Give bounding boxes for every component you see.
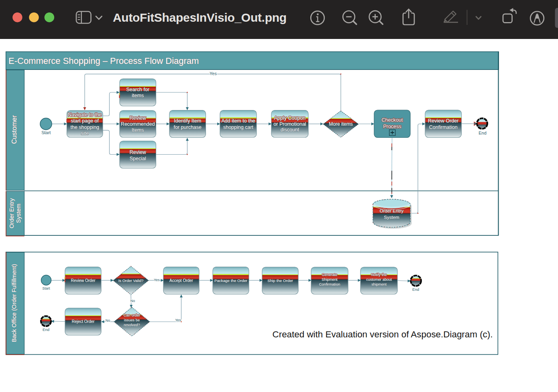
svg-text:Ship the Order: Ship the Order bbox=[267, 278, 293, 283]
svg-text:Process: Process bbox=[383, 124, 401, 129]
svg-text:System: System bbox=[384, 215, 399, 220]
svg-text:Created with Evaluation versio: Created with Evaluation version of Aspos… bbox=[273, 329, 493, 339]
svg-text:shipment: shipment bbox=[371, 282, 387, 286]
svg-text:E-Commerce Shopping – Process: E-Commerce Shopping – Process Flow Diagr… bbox=[8, 56, 199, 66]
svg-text:Start: Start bbox=[42, 286, 50, 290]
svg-text:the shopping: the shopping bbox=[70, 125, 99, 130]
svg-text:Package the Order: Package the Order bbox=[214, 278, 248, 283]
svg-text:AutoFitShapesInVisio_Out.png: AutoFitShapesInVisio_Out.png bbox=[113, 11, 287, 24]
svg-text:start page of: start page of bbox=[71, 118, 99, 124]
svg-text:Yes: Yes bbox=[210, 71, 217, 76]
svg-text:No: No bbox=[106, 318, 110, 323]
svg-text:Customer: Customer bbox=[10, 115, 18, 144]
svg-text:Review Order: Review Order bbox=[428, 118, 458, 124]
svg-text:Apply Coupon: Apply Coupon bbox=[274, 115, 306, 121]
svg-text:Navigate to the: Navigate to the bbox=[68, 112, 102, 118]
svg-text:Order Entry: Order Entry bbox=[8, 198, 15, 229]
svg-text:or Promotional: or Promotional bbox=[273, 121, 306, 127]
svg-text:Items: Items bbox=[132, 127, 144, 133]
svg-text:Review: Review bbox=[130, 149, 147, 155]
svg-text:Order Entry: Order Entry bbox=[380, 208, 404, 213]
svg-text:End: End bbox=[479, 131, 487, 135]
svg-text:Accept Order: Accept Order bbox=[169, 278, 193, 283]
svg-text:Recommended: Recommended bbox=[121, 121, 155, 127]
svg-text:for purchase: for purchase bbox=[174, 125, 202, 130]
svg-text:System: System bbox=[15, 204, 22, 223]
svg-text:More items: More items bbox=[329, 121, 352, 127]
svg-text:End: End bbox=[412, 287, 419, 292]
svg-text:resolved?: resolved? bbox=[124, 323, 140, 327]
svg-text:End: End bbox=[43, 327, 49, 332]
svg-text:Is Order Valid?: Is Order Valid? bbox=[118, 278, 144, 283]
svg-text:Checkout: Checkout bbox=[382, 117, 403, 123]
svg-text:Confirmation: Confirmation bbox=[319, 282, 340, 286]
svg-text:items: items bbox=[132, 93, 144, 98]
svg-text:Confirmation: Confirmation bbox=[429, 125, 458, 130]
svg-text:Identify Item: Identify Item bbox=[174, 118, 201, 124]
svg-text:No: No bbox=[130, 299, 135, 303]
svg-text:customer about: customer about bbox=[366, 278, 392, 282]
svg-text:shopping cart: shopping cart bbox=[223, 125, 254, 130]
svg-text:Reject Order: Reject Order bbox=[72, 319, 95, 324]
svg-text:Add item to the: Add item to the bbox=[221, 118, 255, 124]
svg-text:site: site bbox=[81, 131, 89, 136]
svg-text:Review Order: Review Order bbox=[71, 278, 96, 283]
svg-text:Notify the: Notify the bbox=[371, 273, 387, 277]
svg-text:Review: Review bbox=[130, 115, 147, 121]
svg-text:Yes: Yes bbox=[175, 318, 181, 322]
svg-text:Shipment: Shipment bbox=[322, 278, 338, 282]
svg-text:Generate: Generate bbox=[322, 273, 338, 277]
svg-text:Start: Start bbox=[41, 130, 51, 135]
svg-text:Search for: Search for bbox=[126, 87, 149, 92]
svg-text:Back Office (Order Fulfillment: Back Office (Order Fulfillment) bbox=[11, 264, 17, 342]
svg-text:Special: Special bbox=[130, 156, 146, 161]
svg-text:discount: discount bbox=[281, 127, 299, 133]
svg-text:issues be: issues be bbox=[124, 318, 140, 322]
svg-text:Yes: Yes bbox=[154, 278, 160, 282]
svg-text:Can order: Can order bbox=[124, 313, 140, 317]
